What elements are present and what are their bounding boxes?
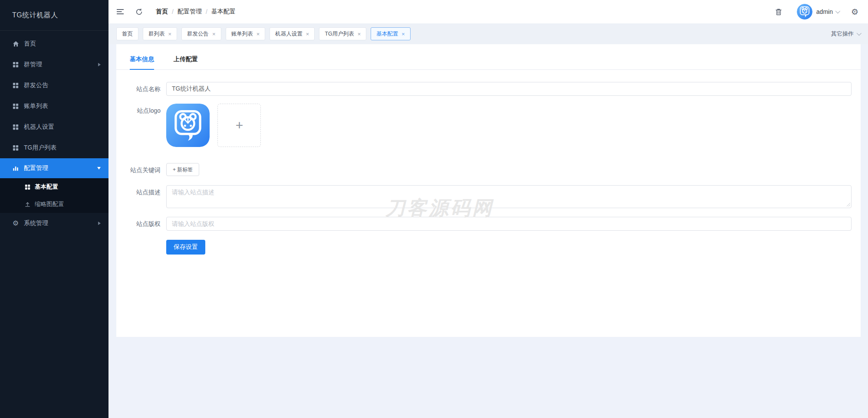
site-desc-label: 站点描述 [116, 185, 161, 199]
form-row-save: 保存设置 [116, 240, 852, 255]
user-avatar[interactable] [797, 4, 812, 20]
grid-icon [24, 184, 30, 190]
chevron-down-icon [857, 31, 861, 36]
page-tab-label: TG用户列表 [325, 30, 354, 38]
form-row-site-keywords: 站点关键词 + 新标签 [116, 163, 852, 177]
more-actions-dropdown[interactable]: 其它操作 [831, 30, 860, 38]
page-tab-group-list[interactable]: 群列表 × [143, 27, 177, 40]
sidebar-subitem-thumbnail-config[interactable]: 缩略图配置 [0, 196, 108, 213]
site-logo-preview[interactable] [166, 104, 210, 147]
sidebar-submenu: 基本配置 缩略图配置 [0, 178, 108, 213]
settings-gear-icon[interactable]: ⚙ [851, 7, 858, 17]
breadcrumb-current: 基本配置 [211, 8, 236, 16]
sidebar-item-label: TG用户列表 [24, 144, 56, 152]
close-icon[interactable]: × [212, 31, 216, 37]
sidebar-subitem-basic-config[interactable]: 基本配置 [0, 178, 108, 196]
form-row-site-copyright: 站点版权 [116, 217, 852, 231]
app-root: TG统计机器人 首页 群管理 群发公告 [0, 0, 868, 418]
site-keywords-label: 站点关键词 [116, 163, 161, 177]
sidebar-subitem-label: 缩略图配置 [35, 200, 64, 208]
form-row-site-name: 站点名称 [116, 82, 852, 96]
site-copyright-label: 站点版权 [116, 217, 161, 231]
page-tab-label: 账单列表 [231, 30, 253, 38]
page-tab-label: 群发公告 [187, 30, 209, 38]
home-icon [12, 40, 19, 47]
breadcrumb-separator: / [206, 8, 207, 15]
sidebar-item-config-manage[interactable]: 配置管理 [0, 158, 108, 178]
gear-icon: ⚙ [12, 220, 19, 227]
site-desc-textarea[interactable] [166, 185, 852, 208]
sidebar-item-label: 系统管理 [24, 219, 48, 227]
form-row-site-logo: 站点logo [116, 104, 852, 147]
refresh-icon[interactable] [135, 8, 143, 16]
sidebar-item-robot-settings[interactable]: 机器人设置 [0, 117, 108, 137]
breadcrumb-section[interactable]: 配置管理 [178, 8, 202, 16]
sidebar-item-label: 群发公告 [24, 82, 48, 89]
sidebar-item-label: 账单列表 [24, 102, 48, 110]
site-copyright-input[interactable] [166, 217, 852, 231]
close-icon[interactable]: × [306, 31, 309, 37]
page-tabstrip: 首页 群列表 × 群发公告 × 账单列表 × 机器人设置 × TG用户列表 × [108, 23, 868, 44]
config-card: 基本信息 上传配置 站点名称 站点logo [116, 44, 861, 337]
breadcrumb-home[interactable]: 首页 [156, 8, 168, 16]
sidebar-item-home[interactable]: 首页 [0, 33, 108, 54]
sidebar-item-announcement[interactable]: 群发公告 [0, 75, 108, 96]
page-tab-basic-config[interactable]: 基本配置 × [371, 27, 411, 40]
page-tab-label: 群列表 [148, 30, 165, 38]
trash-icon[interactable] [775, 8, 782, 16]
sidebar-item-tg-user-list[interactable]: TG用户列表 [0, 137, 108, 158]
navbar-right: admin ⚙ [775, 4, 858, 20]
save-settings-button[interactable]: 保存设置 [166, 240, 205, 255]
page-tab-bill-list[interactable]: 账单列表 × [226, 27, 266, 40]
breadcrumb: 首页 / 配置管理 / 基本配置 [156, 8, 236, 16]
page-tab-tg-user-list[interactable]: TG用户列表 × [319, 27, 366, 40]
page-tab-announcement[interactable]: 群发公告 × [181, 27, 221, 40]
app-title: TG统计机器人 [0, 0, 108, 31]
sidebar-item-label: 配置管理 [24, 164, 48, 172]
chevron-down-icon [835, 9, 840, 13]
plus-icon: + [236, 118, 243, 133]
site-name-label: 站点名称 [116, 82, 161, 96]
grid-icon [12, 82, 19, 89]
sidebar-menu: 首页 群管理 群发公告 账单列表 [0, 31, 108, 234]
expand-icon [98, 222, 101, 225]
upload-icon [24, 201, 30, 207]
tab-basic-info[interactable]: 基本信息 [130, 56, 154, 70]
close-icon[interactable]: × [358, 31, 361, 37]
user-menu[interactable]: admin [816, 8, 839, 15]
expand-icon [98, 63, 101, 66]
grid-icon [12, 144, 19, 151]
page-tab-label: 基本配置 [376, 30, 398, 38]
close-icon[interactable]: × [256, 31, 260, 37]
sidebar-item-label: 机器人设置 [24, 123, 54, 131]
content-area: 基本信息 上传配置 站点名称 站点logo [108, 44, 868, 418]
sidebar: TG统计机器人 首页 群管理 群发公告 [0, 0, 108, 418]
sidebar-item-system-manage[interactable]: ⚙ 系统管理 [0, 213, 108, 234]
page-tab-label: 机器人设置 [275, 30, 302, 38]
page-tab-home[interactable]: 首页 [116, 27, 138, 40]
menu-fold-icon[interactable] [116, 8, 124, 15]
page-tab-label: 首页 [122, 30, 133, 38]
logo-upload-box[interactable]: + [217, 104, 261, 147]
main-area: 首页 / 配置管理 / 基本配置 [108, 0, 868, 418]
breadcrumb-separator: / [172, 8, 174, 15]
grid-icon [12, 124, 19, 131]
collapse-icon [97, 167, 101, 170]
grid-icon [12, 103, 19, 110]
close-icon[interactable]: × [168, 31, 172, 37]
sidebar-item-bill-list[interactable]: 账单列表 [0, 96, 108, 117]
more-actions-label: 其它操作 [831, 30, 854, 38]
sidebar-item-group-manage[interactable]: 群管理 [0, 54, 108, 75]
top-navbar: 首页 / 配置管理 / 基本配置 [108, 0, 868, 23]
sidebar-item-label: 首页 [24, 40, 36, 48]
form-row-site-desc: 站点描述 [116, 185, 852, 208]
close-icon[interactable]: × [401, 31, 405, 37]
new-tag-button[interactable]: + 新标签 [166, 163, 199, 176]
sidebar-item-label: 群管理 [24, 61, 42, 69]
basic-config-form: 站点名称 站点logo [116, 70, 861, 255]
tab-upload-config[interactable]: 上传配置 [174, 56, 198, 69]
page-tab-robot-settings[interactable]: 机器人设置 × [270, 27, 315, 40]
site-name-input[interactable] [166, 82, 852, 96]
site-logo-label: 站点logo [116, 104, 161, 118]
grid-icon [12, 61, 19, 68]
